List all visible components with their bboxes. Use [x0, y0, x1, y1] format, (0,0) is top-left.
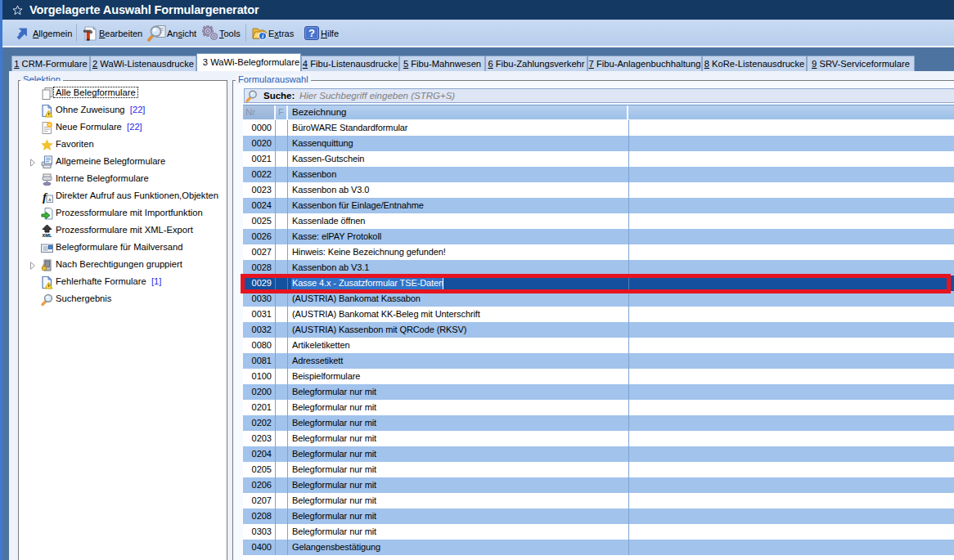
- svg-text:XML: XML: [43, 233, 52, 238]
- svg-text:?: ?: [308, 27, 315, 39]
